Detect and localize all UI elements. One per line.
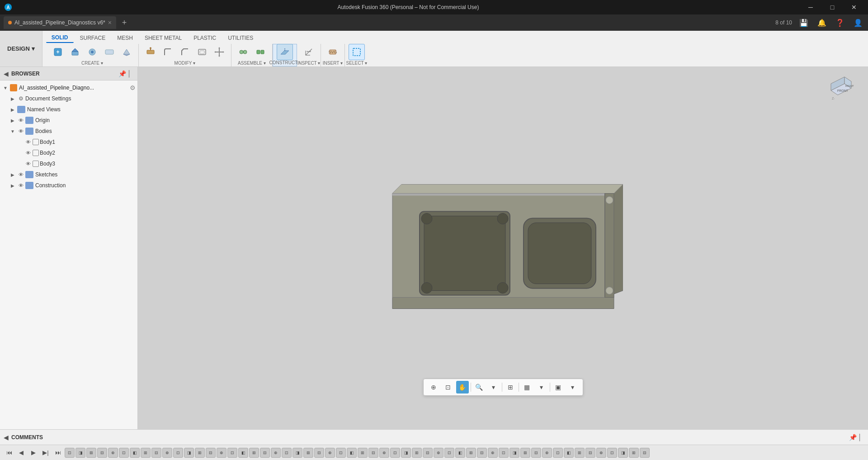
body3-item[interactable]: 👁 Body3 xyxy=(0,158,137,169)
construction-visibility-icon[interactable]: 👁 xyxy=(17,182,24,189)
timeline-item-45[interactable]: ⊕ xyxy=(542,448,552,458)
document-settings-item[interactable]: ▶ ⚙ Document Settings xyxy=(0,93,137,104)
timeline-item-27[interactable]: ◧ xyxy=(347,448,357,458)
offset-plane-tool[interactable] xyxy=(277,44,293,60)
browser-pin-button[interactable]: 📌 xyxy=(118,70,126,77)
orbit-button[interactable]: ⊕ xyxy=(427,381,440,394)
timeline-item-2[interactable]: ◨ xyxy=(75,448,85,458)
zoom-dropdown[interactable]: ▾ xyxy=(487,381,500,394)
timeline-prev-button[interactable]: ◀ xyxy=(16,447,27,458)
timeline-item-11[interactable]: ⊡ xyxy=(173,448,183,458)
comments-pin-button[interactable]: 📌 xyxy=(849,434,857,441)
revolve-tool[interactable] xyxy=(84,44,100,60)
tab-mesh[interactable]: MESH xyxy=(112,33,138,43)
bodies-arrow[interactable]: ▼ xyxy=(9,129,16,134)
close-button[interactable]: ✕ xyxy=(844,0,864,14)
body2-visibility-icon[interactable]: 👁 xyxy=(24,149,32,156)
display-mode-button[interactable]: ⊞ xyxy=(504,381,517,394)
timeline-item-31[interactable]: ⊡ xyxy=(390,448,400,458)
measure-tool[interactable]: ⟺ xyxy=(301,44,317,60)
timeline-item-4[interactable]: ⊟ xyxy=(97,448,107,458)
press-pull-tool[interactable] xyxy=(142,44,159,60)
tab-surface[interactable]: SURFACE xyxy=(75,33,111,43)
body1-visibility-icon[interactable]: 👁 xyxy=(24,138,32,146)
timeline-item-26[interactable]: ⊡ xyxy=(336,448,346,458)
timeline-item-46[interactable]: ⊡ xyxy=(553,448,563,458)
timeline-item-6[interactable]: ⊡ xyxy=(119,448,129,458)
view-settings-button[interactable]: ▣ xyxy=(552,381,565,394)
body2-item[interactable]: 👁 Body2 xyxy=(0,147,137,158)
origin-arrow[interactable]: ▶ xyxy=(9,118,16,123)
maximize-button[interactable]: □ xyxy=(822,0,843,14)
grid-dropdown[interactable]: ▾ xyxy=(535,381,548,394)
view-cube[interactable]: FRONT RIGHT Z- xyxy=(826,72,863,109)
minimize-button[interactable]: ─ xyxy=(800,0,821,14)
browser-collapse-button[interactable]: ▏ xyxy=(129,70,134,77)
named-views-item[interactable]: ▶ Named Views xyxy=(0,104,137,115)
timeline-item-33[interactable]: ⊞ xyxy=(412,448,422,458)
timeline-item-9[interactable]: ⊟ xyxy=(151,448,161,458)
tab-plastic[interactable]: PLASTIC xyxy=(188,33,222,43)
timeline-item-14[interactable]: ⊟ xyxy=(206,448,216,458)
timeline-item-8[interactable]: ⊞ xyxy=(141,448,151,458)
timeline-item-25[interactable]: ⊕ xyxy=(325,448,335,458)
tab-utilities[interactable]: UTILITIES xyxy=(222,33,259,43)
tab-solid[interactable]: SOLID xyxy=(46,33,74,43)
timeline-item-20[interactable]: ⊕ xyxy=(271,448,281,458)
grid-button[interactable]: ▦ xyxy=(521,381,533,394)
timeline-item-18[interactable]: ⊞ xyxy=(249,448,259,458)
select-tool[interactable] xyxy=(349,44,365,60)
doc-settings-arrow[interactable]: ▶ xyxy=(9,96,16,101)
document-tab[interactable]: AI_assisted_Pipeline_Diagnostics v6* × xyxy=(4,16,116,29)
timeline-item-44[interactable]: ⊟ xyxy=(531,448,541,458)
timeline-item-42[interactable]: ◨ xyxy=(509,448,519,458)
joint-tool[interactable] xyxy=(235,44,251,60)
timeline-item-29[interactable]: ⊟ xyxy=(368,448,378,458)
timeline-item-1[interactable]: ⊡ xyxy=(65,448,75,458)
timeline-item-53[interactable]: ⊞ xyxy=(629,448,639,458)
comments-back-button[interactable]: ◀ xyxy=(4,434,9,441)
timeline-item-52[interactable]: ◨ xyxy=(618,448,628,458)
timeline-item-41[interactable]: ⊡ xyxy=(499,448,509,458)
timeline-item-34[interactable]: ⊟ xyxy=(423,448,433,458)
body1-item[interactable]: 👁 Body1 xyxy=(0,137,137,147)
timeline-item-30[interactable]: ⊕ xyxy=(379,448,389,458)
extrude-tool[interactable] xyxy=(67,44,83,60)
bodies-visibility-icon[interactable]: 👁 xyxy=(17,128,24,135)
timeline-item-3[interactable]: ⊞ xyxy=(86,448,96,458)
timeline-item-36[interactable]: ⊡ xyxy=(444,448,454,458)
bodies-item[interactable]: ▼ 👁 Bodies xyxy=(0,126,137,137)
timeline-item-13[interactable]: ⊞ xyxy=(195,448,205,458)
timeline-item-50[interactable]: ⊕ xyxy=(596,448,606,458)
new-component-tool[interactable]: + xyxy=(50,44,66,60)
timeline-item-24[interactable]: ⊟ xyxy=(314,448,324,458)
timeline-item-38[interactable]: ⊞ xyxy=(466,448,476,458)
move-tool[interactable] xyxy=(211,44,227,60)
close-tab-button[interactable]: × xyxy=(108,19,112,26)
timeline-item-51[interactable]: ⊡ xyxy=(607,448,617,458)
chamfer-tool[interactable] xyxy=(177,44,193,60)
timeline-item-48[interactable]: ⊞ xyxy=(575,448,585,458)
timeline-item-5[interactable]: ⊕ xyxy=(108,448,118,458)
as-built-joint-tool[interactable] xyxy=(252,44,269,60)
body3-visibility-icon[interactable]: 👁 xyxy=(24,160,32,167)
timeline-item-28[interactable]: ⊞ xyxy=(358,448,368,458)
timeline-item-12[interactable]: ◨ xyxy=(184,448,194,458)
comments-collapse-button[interactable]: ▏ xyxy=(859,434,864,441)
timeline-item-17[interactable]: ◧ xyxy=(238,448,248,458)
new-tab-button[interactable]: + xyxy=(118,16,131,29)
sketches-item[interactable]: ▶ 👁 Sketches xyxy=(0,169,137,180)
timeline-item-16[interactable]: ⊡ xyxy=(227,448,237,458)
save-button[interactable]: 💾 xyxy=(797,16,810,29)
construction-arrow[interactable]: ▶ xyxy=(9,183,16,188)
timeline-end-button[interactable]: ⏭ xyxy=(52,447,63,458)
timeline-item-22[interactable]: ◨ xyxy=(292,448,302,458)
timeline-play-button[interactable]: ▶ xyxy=(28,447,39,458)
timeline-next-button[interactable]: ▶| xyxy=(40,447,51,458)
insert-mesh-tool[interactable]: SVG xyxy=(325,44,341,60)
timeline-item-7[interactable]: ◧ xyxy=(130,448,140,458)
timeline-item-19[interactable]: ⊟ xyxy=(260,448,270,458)
shell-tool[interactable] xyxy=(194,44,210,60)
notification-button[interactable]: 🔔 xyxy=(816,16,828,29)
pan-button[interactable]: ✋ xyxy=(456,381,469,394)
